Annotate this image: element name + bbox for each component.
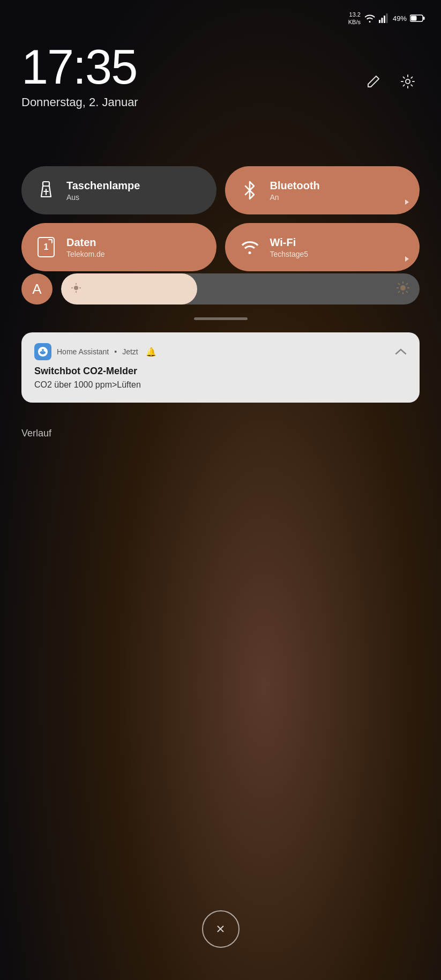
edit-button[interactable] [362,70,385,93]
notification-bell-icon: 🔔 [146,347,156,357]
tile-taschenlampe[interactable]: Taschenlampe Aus [21,166,216,214]
notification-expand-button[interactable] [395,346,407,358]
tile-bluetooth-subtitle: An [270,193,320,202]
brightness-fill [61,273,197,305]
svg-point-11 [74,286,78,290]
brightness-slider[interactable] [61,273,420,305]
tile-wifi-subtitle: Techstage5 [270,250,309,258]
notification-card[interactable]: Home Assistant • Jetzt 🔔 Switchbot CO2-M… [21,332,420,403]
tile-daten-title: Daten [66,236,105,249]
notification-title: Switchbot CO2-Melder [34,366,407,377]
user-avatar[interactable]: A [21,273,53,305]
tile-taschenlampe-subtitle: Aus [66,193,140,202]
torch-icon [34,179,58,202]
tile-taschenlampe-title: Taschenlampe [66,180,140,192]
verlauf-link[interactable]: Verlauf [21,428,51,439]
svg-rect-5 [411,16,417,21]
top-right-actions [362,70,420,93]
svg-line-21 [398,283,400,285]
tile-wifi-text: Wi-Fi Techstage5 [270,236,309,258]
tile-wifi[interactable]: Wi-Fi Techstage5 [225,223,420,271]
tile-bluetooth[interactable]: Bluetooth An [225,166,420,214]
svg-rect-1 [381,18,383,23]
notification-header: Home Assistant • Jetzt 🔔 [34,343,407,360]
time-display: 17:35 Donnerstag, 2. Januar [21,43,138,109]
svg-line-23 [406,283,408,285]
signal-icon [379,13,390,23]
close-icon: × [216,922,225,937]
tile-taschenlampe-text: Taschenlampe Aus [66,180,140,202]
wifi-status-icon [364,13,376,23]
svg-point-7 [406,79,410,84]
wifi-tile-icon [238,235,261,259]
quick-tiles: Taschenlampe Aus Bluetooth An 1 Daten Te… [21,166,420,271]
tile-daten-text: Daten Telekom.de [66,236,105,258]
svg-rect-8 [43,182,49,186]
status-right: 13.2 KB/s 49% [348,11,425,26]
tile-bluetooth-title: Bluetooth [270,180,320,192]
brightness-row: A [21,273,420,305]
svg-rect-2 [384,16,385,23]
battery-icon [410,14,425,22]
svg-rect-6 [423,17,425,20]
battery-percent: 49% [393,14,407,23]
svg-rect-3 [386,13,387,23]
bluetooth-icon [238,179,261,202]
tile-daten-subtitle: Telekom.de [66,250,105,258]
bluetooth-arrow [405,199,409,205]
notification-header-left: Home Assistant • Jetzt 🔔 [34,343,156,360]
close-button[interactable]: × [202,910,240,948]
settings-button[interactable] [396,70,420,93]
notification-time-value: Jetzt [122,347,138,356]
notification-body: CO2 über 1000 ppm>Lüften [34,380,407,390]
notification-app-name: Home Assistant [57,347,109,356]
sim-icon: 1 [34,235,58,259]
svg-line-24 [398,291,400,293]
avatar-letter: A [32,281,41,298]
app-icon [34,343,51,360]
brightness-min-icon [71,283,81,295]
brightness-max-icon [396,281,410,297]
tile-wifi-title: Wi-Fi [270,236,309,249]
drag-handle [194,317,248,320]
svg-point-16 [400,285,406,291]
wifi-arrow [405,256,409,262]
tile-daten[interactable]: 1 Daten Telekom.de [21,223,216,271]
speed-indicator: 13.2 KB/s [348,11,361,26]
clock-date: Donnerstag, 2. Januar [21,95,138,109]
svg-rect-0 [379,20,380,23]
clock-time: 17:35 [21,43,138,91]
svg-line-22 [406,291,408,293]
notification-time: • [114,347,117,356]
tile-bluetooth-text: Bluetooth An [270,180,320,202]
status-bar: 13.2 KB/s 49% [0,11,441,26]
